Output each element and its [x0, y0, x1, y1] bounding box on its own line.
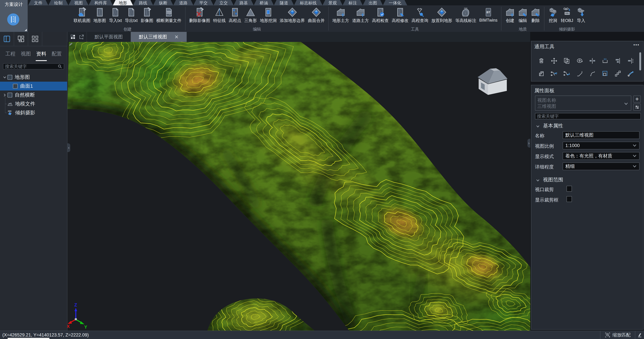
ribbon-button-等高线标注[interactable]: 等高线标注	[454, 5, 478, 23]
tool-split-icon[interactable]	[586, 57, 599, 65]
tool-copy-icon[interactable]	[560, 57, 573, 65]
ribbon-button-影像图[interactable]: 影像图	[139, 5, 155, 23]
tool-scale-rect-icon[interactable]	[599, 70, 612, 78]
sidebar-tab-配置[interactable]: 配置	[49, 50, 64, 57]
view-name-combo[interactable]: 视图名称 三维视图	[535, 96, 631, 111]
ribbon-button-特征线[interactable]: 特征线	[212, 5, 227, 23]
tool-trash-icon[interactable]	[535, 57, 548, 65]
layout-mode-3-icon[interactable]	[28, 32, 42, 46]
ribbon-button-转OBJ[interactable]: OBJ转OBJ	[559, 5, 575, 23]
view-layout-icon[interactable]	[70, 34, 76, 40]
ribbon-button-高程查询[interactable]: 高程查询	[410, 5, 430, 23]
tree-item-地模文件[interactable]: 地模文件	[0, 100, 67, 108]
menu-tab-文件[interactable]: 文件	[28, 0, 48, 5]
tools-scrollbar[interactable]	[639, 52, 641, 70]
menu-tab-路线[interactable]: 路线	[133, 0, 153, 5]
ribbon-button-道路土方[interactable]: 道路土方	[351, 5, 370, 23]
menu-tab-构件库[interactable]: 构件库	[88, 0, 113, 5]
tool-move-icon[interactable]	[548, 57, 560, 65]
viewport-3d[interactable]: ZXY	[68, 42, 530, 330]
property-search-box[interactable]: 搜索关键字	[535, 113, 641, 119]
ribbon-button-导入txt[interactable]: 导入txt	[108, 5, 123, 23]
ribbon-button-挖洞[interactable]: 挖洞	[546, 5, 559, 23]
ribbon-button-曲面合并[interactable]: 曲面合并	[306, 5, 326, 23]
checkbox-显示裁剪框[interactable]	[566, 196, 572, 202]
menu-tab-视图[interactable]: 视图	[68, 0, 88, 5]
eraser-icon[interactable]	[635, 331, 644, 339]
sidebar-collapse-handle[interactable]: ‹	[68, 143, 70, 152]
sidebar-tab-资料[interactable]: 资料	[34, 50, 49, 57]
ribbon-button-地形图[interactable]: 地形图	[92, 5, 108, 23]
menu-tab-景观[interactable]: 景观	[322, 0, 343, 5]
tree-item-曲面1[interactable]: 曲面1	[0, 82, 67, 90]
tool-offset-icon[interactable]	[535, 70, 548, 78]
section-header-基本属性[interactable]: 基本属性	[536, 122, 563, 129]
ribbon-button-添加地形边界[interactable]: 添加地形边界	[278, 5, 306, 23]
ribbon-button-横断测量文件[interactable]: 横断测量文件	[155, 5, 183, 23]
chevron-down-icon[interactable]	[2, 76, 8, 78]
tool-steps-icon[interactable]	[612, 70, 624, 78]
menu-tab-标注[interactable]: 标注	[343, 0, 363, 5]
section-header-视图范围[interactable]: 视图范围	[536, 176, 563, 183]
field-详细程度[interactable]: 精细	[563, 162, 640, 170]
ribbon-button-创建[interactable]: 创建	[504, 5, 516, 23]
menu-tab-路基[interactable]: 路基	[234, 0, 254, 5]
close-icon[interactable]: ✕	[174, 34, 178, 40]
checkbox-视口裁剪[interactable]	[566, 186, 572, 192]
view-tab-plan[interactable]: 默认平面视图	[86, 32, 131, 42]
ribbon-button-放置到地形[interactable]: 放置到地形	[430, 5, 454, 23]
app-menu-block[interactable]: 方案设计	[0, 0, 28, 32]
tool-spline-down-icon[interactable]	[560, 70, 573, 78]
panel-menu-icon[interactable]: •••	[634, 42, 640, 48]
menu-tab-立交[interactable]: 立交	[214, 0, 234, 5]
ribbon-button-编辑[interactable]: 编辑	[516, 5, 529, 23]
field-视图比例[interactable]: 1:1000	[563, 142, 640, 150]
field-显示模式[interactable]: 着色：有光照，有材质	[563, 152, 640, 160]
tool-chamfer-icon[interactable]	[573, 70, 586, 78]
sidebar-tab-工程[interactable]: 工程	[3, 50, 18, 57]
ribbon-button-高程检查[interactable]: 高程检查	[370, 5, 390, 23]
menu-tab-标志标线[interactable]: 标志标线	[294, 0, 322, 5]
tree-item-地形图[interactable]: 地形图	[0, 73, 67, 82]
ribbon-button-导入[interactable]: 导入	[575, 5, 588, 23]
menu-tab-道路[interactable]: 道路	[173, 0, 193, 5]
tree-item-自然横断[interactable]: 自然横断	[0, 90, 67, 100]
tool-trim-icon[interactable]	[599, 57, 612, 65]
ribbon-button-联机底图[interactable]: 联机底图	[72, 5, 92, 23]
zoom-fit-button[interactable]: 缩放匹配	[600, 331, 635, 339]
filter-button[interactable]	[633, 104, 641, 111]
app-logo-icon[interactable]	[7, 14, 19, 26]
sidebar-tab-视图[interactable]: 视图	[18, 50, 34, 57]
chevron-right-icon[interactable]	[2, 94, 8, 97]
menu-tab-平交[interactable]: 平交	[193, 0, 214, 5]
view-export-icon[interactable]	[78, 34, 84, 40]
tool-fillet-icon[interactable]	[586, 70, 599, 78]
ribbon-button-地形挖洞[interactable]: 地形挖洞	[258, 5, 278, 23]
menu-tab-绘制[interactable]: 绘制	[48, 0, 68, 5]
menu-tab-隧道[interactable]: 隧道	[274, 0, 294, 5]
menu-tab-纵断[interactable]: 纵断	[153, 0, 173, 5]
ribbon-button-地形土方[interactable]: 地形土方	[331, 5, 351, 23]
view-tab-3d[interactable]: 默认三维视图✕	[131, 32, 187, 42]
tool-align-dist-icon[interactable]	[624, 57, 637, 65]
menu-tab-一体化[interactable]: 一体化	[383, 0, 407, 5]
add-view-button[interactable]: +	[633, 96, 641, 102]
tool-align-right-icon[interactable]	[612, 57, 624, 65]
ribbon-button-删除[interactable]: 删除	[529, 5, 542, 23]
tool-dots-curve-icon[interactable]	[624, 70, 637, 78]
tree-item-倾斜摄影[interactable]: 倾斜摄影	[0, 108, 67, 117]
field-名称[interactable]: 默认三维视图	[563, 131, 640, 139]
menu-tab-地形[interactable]: 地形	[113, 0, 133, 5]
sidebar-search-box[interactable]: 搜索关键字	[3, 63, 64, 70]
ribbon-button-高程点[interactable]: 高程点	[227, 5, 243, 23]
menu-tab-桥涵[interactable]: 桥涵	[254, 0, 274, 5]
tool-rotate-icon[interactable]	[573, 57, 586, 65]
layout-mode-2-icon[interactable]	[14, 32, 28, 46]
ribbon-button-导出txt[interactable]: 导出txt	[123, 5, 139, 23]
tool-spline-up-icon[interactable]	[548, 70, 560, 78]
ribbon-button-BIMTwins[interactable]: BTBIMTwins	[478, 5, 499, 23]
ribbon-button-三角形[interactable]: 三角形	[243, 5, 258, 23]
ribbon-button-删除影像图[interactable]: 删除影像图	[188, 5, 212, 23]
ribbon-button-高程修改[interactable]: 高程修改	[390, 5, 410, 23]
menu-tab-出图[interactable]: 出图	[363, 0, 383, 5]
